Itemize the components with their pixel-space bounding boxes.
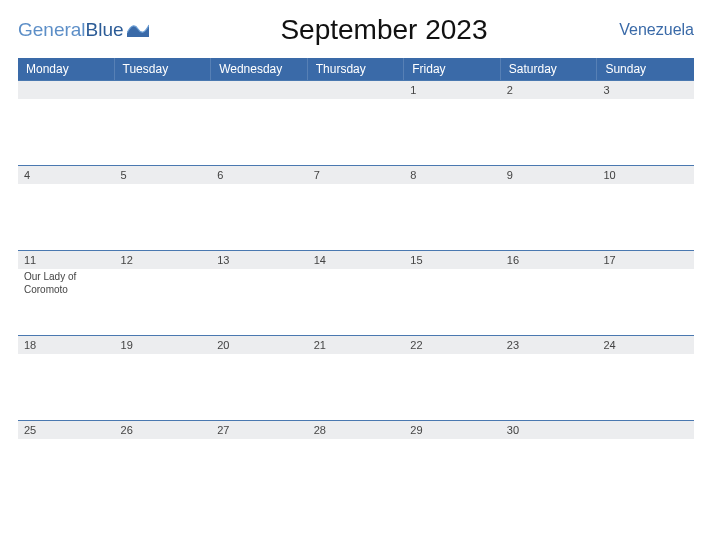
brand-part2: Blue: [86, 19, 124, 41]
dow-thu: Thursday: [308, 58, 405, 80]
day-number: 3: [597, 81, 694, 99]
day-cell: [211, 81, 308, 165]
day-cell: 23: [501, 336, 598, 420]
day-of-week-header: Monday Tuesday Wednesday Thursday Friday…: [18, 58, 694, 80]
day-number: 23: [501, 336, 598, 354]
day-cell: 20: [211, 336, 308, 420]
day-number: 10: [597, 166, 694, 184]
day-number: 14: [308, 251, 405, 269]
day-number: 27: [211, 421, 308, 439]
day-number: 4: [18, 166, 115, 184]
day-cell: 26: [115, 421, 212, 505]
day-number: 1: [404, 81, 501, 99]
day-cell: 6: [211, 166, 308, 250]
day-number: 26: [115, 421, 212, 439]
day-cell: 17: [597, 251, 694, 335]
day-cell: 29: [404, 421, 501, 505]
day-number: 12: [115, 251, 212, 269]
day-cell: [308, 81, 405, 165]
day-number: 24: [597, 336, 694, 354]
day-number: [115, 81, 212, 99]
dow-sat: Saturday: [501, 58, 598, 80]
day-number: 9: [501, 166, 598, 184]
dow-tue: Tuesday: [115, 58, 212, 80]
day-number: 18: [18, 336, 115, 354]
day-number: 28: [308, 421, 405, 439]
day-cell: 1: [404, 81, 501, 165]
day-cell: 10: [597, 166, 694, 250]
day-cell: 14: [308, 251, 405, 335]
dow-fri: Friday: [404, 58, 501, 80]
day-cell: 27: [211, 421, 308, 505]
day-cell: 24: [597, 336, 694, 420]
day-cell: [597, 421, 694, 505]
brand-logo: GeneralBlue: [18, 19, 149, 41]
day-number: 29: [404, 421, 501, 439]
day-number: 25: [18, 421, 115, 439]
dow-sun: Sunday: [597, 58, 694, 80]
day-cell: 3: [597, 81, 694, 165]
dow-wed: Wednesday: [211, 58, 308, 80]
day-cell: 28: [308, 421, 405, 505]
day-cell: 7: [308, 166, 405, 250]
day-number: [597, 421, 694, 439]
day-cell: 4: [18, 166, 115, 250]
day-cell: 11Our Lady of Coromoto: [18, 251, 115, 335]
dow-mon: Monday: [18, 58, 115, 80]
day-number: [308, 81, 405, 99]
day-number: 20: [211, 336, 308, 354]
week-row: 45678910: [18, 165, 694, 250]
week-row: 18192021222324: [18, 335, 694, 420]
day-number: 11: [18, 251, 115, 269]
day-number: [18, 81, 115, 99]
day-number: 16: [501, 251, 598, 269]
brand-part1: General: [18, 19, 86, 41]
day-number: [211, 81, 308, 99]
day-number: 15: [404, 251, 501, 269]
week-row: 11Our Lady of Coromoto121314151617: [18, 250, 694, 335]
day-number: 13: [211, 251, 308, 269]
day-cell: 15: [404, 251, 501, 335]
day-number: 8: [404, 166, 501, 184]
day-number: 21: [308, 336, 405, 354]
day-number: 6: [211, 166, 308, 184]
day-cell: 5: [115, 166, 212, 250]
day-cell: 21: [308, 336, 405, 420]
day-cell: 18: [18, 336, 115, 420]
day-number: 30: [501, 421, 598, 439]
country-label: Venezuela: [619, 21, 694, 39]
day-cell: 2: [501, 81, 598, 165]
day-number: 17: [597, 251, 694, 269]
day-event: Our Lady of Coromoto: [24, 271, 109, 296]
brand-wave-icon: [127, 19, 149, 37]
day-cell: 8: [404, 166, 501, 250]
day-cell: 22: [404, 336, 501, 420]
day-cell: 30: [501, 421, 598, 505]
week-row: 252627282930: [18, 420, 694, 505]
day-cell: 12: [115, 251, 212, 335]
day-number: 19: [115, 336, 212, 354]
day-cell: [115, 81, 212, 165]
day-number: 5: [115, 166, 212, 184]
day-cell: 19: [115, 336, 212, 420]
day-cell: 13: [211, 251, 308, 335]
day-cell: 25: [18, 421, 115, 505]
day-cell: 16: [501, 251, 598, 335]
day-number: 22: [404, 336, 501, 354]
day-number: 7: [308, 166, 405, 184]
day-number: 2: [501, 81, 598, 99]
calendar-title: September 2023: [280, 14, 487, 46]
calendar-grid: 1234567891011Our Lady of Coromoto1213141…: [18, 80, 694, 505]
day-cell: 9: [501, 166, 598, 250]
calendar-header: GeneralBlue September 2023 Venezuela: [18, 14, 694, 46]
day-cell: [18, 81, 115, 165]
week-row: 123: [18, 80, 694, 165]
